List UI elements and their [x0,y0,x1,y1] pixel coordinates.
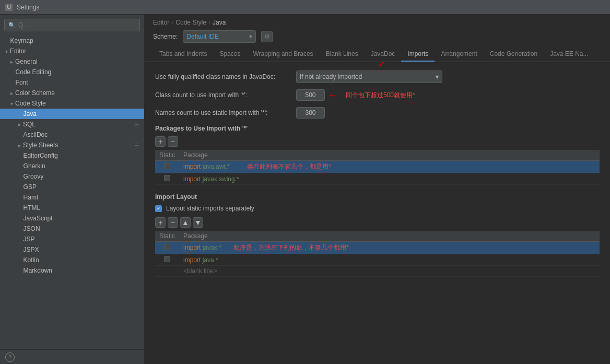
add-layout-button[interactable]: + [155,217,166,228]
sidebar-item-keymap[interactable]: Keymap [0,36,144,46]
sidebar-item-color-scheme[interactable]: ▸ Color Scheme [0,88,144,98]
move-up-button[interactable]: ▲ [180,217,191,228]
search-box[interactable]: 🔍 [4,19,140,31]
import-keyword: import [183,163,201,170]
scheme-dropdown[interactable]: Default IDE ▾ [183,30,256,43]
expand-arrow: ▸ [18,143,21,148]
static-checkbox[interactable] [164,175,170,181]
sidebar-item-kotlin[interactable]: Kotlin [0,255,144,265]
sidebar-item-sql[interactable]: ▸ SQL ☰ [0,119,144,130]
static-column-header: Static [155,231,179,242]
title-bar: U Settings [0,0,610,15]
package-cell: import javax.swing.* [179,173,600,185]
breadcrumb-editor: Editor [153,19,169,26]
sidebar: 🔍 Keymap ▾ Editor ▸ General Code Editing [0,15,145,364]
no-arrow [5,38,8,44]
package-column-header: Package [179,150,600,161]
static-checkbox-cell [155,173,179,185]
table-row[interactable]: import javax.swing.* [155,173,600,185]
sidebar-item-jsp[interactable]: JSP [0,234,144,244]
import-layout-title: Import Layout [155,193,600,201]
import-keyword: import [183,256,201,264]
no-arrow [18,195,21,201]
static-checkbox[interactable] [164,244,170,250]
sidebar-item-general[interactable]: ▸ General [0,56,144,67]
tab-wrapping-and-braces[interactable]: Wrapping and Braces [247,47,319,62]
table-row[interactable]: import java.awt.* 类在此列表不管几个，都是用* [155,161,600,173]
tab-spaces[interactable]: Spaces [213,47,247,62]
import-keyword: import [183,244,201,251]
tab-tabs-and-indents[interactable]: Tabs and Indents [153,47,213,62]
package-cell: import java.* [179,254,600,266]
sidebar-item-style-sheets[interactable]: ▸ Style Sheets ☰ [0,140,144,150]
sidebar-item-markdown[interactable]: Markdown [0,265,144,276]
scheme-label: Scheme: [153,33,178,40]
scheme-row: Scheme: Default IDE ▾ ⚙ [145,28,610,47]
gear-button[interactable]: ⚙ [261,31,273,42]
sidebar-item-gsp[interactable]: GSP [0,182,144,192]
static-checkbox-cell [155,254,179,266]
no-arrow [10,69,14,75]
move-down-button[interactable]: ▼ [193,217,203,228]
fully-qualified-value: If not already imported [300,73,362,80]
class-count-label: Class count to use import with '*': [155,91,291,99]
table-row[interactable]: import java.* [155,254,600,266]
package-cell: import java.awt.* 类在此列表不管几个，都是用* [179,161,600,173]
import-path: javax.swing.* [201,175,239,183]
no-arrow [18,184,21,190]
static-checkbox[interactable] [164,163,170,169]
layout-checkbox[interactable] [155,205,162,212]
sidebar-tree: Keymap ▾ Editor ▸ General Code Editing F… [0,36,144,349]
annotation-text-2: 类在此列表不管几个，都是用* [247,163,331,170]
class-count-input[interactable]: 500 [296,89,325,101]
breadcrumb-java: Java [213,19,226,26]
sidebar-item-javascript[interactable]: JavaScript [0,213,144,224]
layout-table: Static Package import javax.* 顺序是，方法在下列的… [155,231,600,277]
tab-imports[interactable]: Imports [401,47,435,62]
tab-java-ee[interactable]: Java EE Na... [544,47,594,62]
breadcrumb: Editor › Code Style › Java [145,15,610,28]
sidebar-item-editor[interactable]: ▾ Editor [0,46,144,56]
remove-package-button[interactable]: − [168,136,178,147]
names-count-label: Names count to use static import with '*… [155,109,291,116]
tab-blank-lines[interactable]: Blank Lines [320,47,365,62]
sidebar-item-json[interactable]: JSON [0,224,144,234]
no-arrow [18,174,21,180]
tab-code-generation[interactable]: Code Generation [484,47,544,62]
title-bar-text: Settings [17,4,39,11]
table-row[interactable]: import javax.* 顺序是，方法在下列的后，不算几个都用* [155,242,600,254]
breadcrumb-sep-1: › [171,19,173,26]
annotation-arrow-1: ← [327,88,339,102]
search-input[interactable] [18,21,136,29]
no-arrow [18,247,21,253]
sidebar-item-groovy[interactable]: Groovy [0,171,144,182]
remove-layout-button[interactable]: − [168,217,178,228]
no-arrow [18,226,21,232]
static-checkbox-cell [155,266,179,277]
import-path: javax.* [201,244,221,251]
no-arrow [18,268,21,274]
sidebar-item-code-style[interactable]: ▾ Code Style [0,98,144,109]
fully-qualified-dropdown[interactable]: If not already imported ▾ [296,71,442,83]
tab-arrangement[interactable]: Arrangement [435,47,483,62]
sidebar-item-haml[interactable]: Haml [0,192,144,203]
names-count-input[interactable]: 300 [296,107,325,119]
add-package-button[interactable]: + [155,136,166,147]
sidebar-item-html[interactable]: HTML [0,203,144,213]
help-button[interactable]: ? [5,353,15,362]
imports-content: Use fully qualified class names in JavaD… [145,62,610,364]
no-arrow [18,257,21,263]
tab-javadoc[interactable]: JavaDoc [365,47,402,62]
sidebar-item-code-editing[interactable]: Code Editing [0,67,144,77]
table-row[interactable]: <blank line> [155,266,600,277]
static-checkbox[interactable] [164,256,170,262]
static-checkbox-cell [155,242,179,254]
packages-toolbar: + − [155,136,600,147]
sidebar-item-asciidoc[interactable]: AsciiDoc [0,130,144,140]
sidebar-item-java[interactable]: Java [0,109,144,119]
sidebar-item-font[interactable]: Font [0,77,144,88]
sidebar-item-jspx[interactable]: JSPX [0,244,144,255]
packages-table: Static Package import java.awt.* 类在此列表不管… [155,150,600,185]
sidebar-item-gherkin[interactable]: Gherkin [0,161,144,171]
sidebar-item-editorconfig[interactable]: EditorConfig [0,150,144,161]
